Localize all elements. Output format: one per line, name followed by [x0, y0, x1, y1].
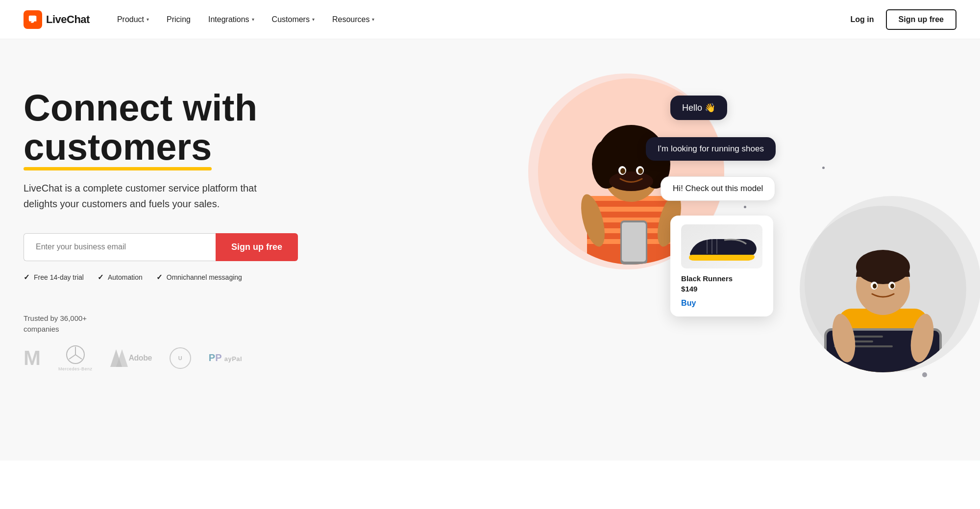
svg-rect-21 — [622, 222, 646, 262]
dot-decoration — [922, 372, 927, 377]
trusted-section: Trusted by 36,000+companies M Mercedes-B… — [24, 313, 509, 371]
email-input[interactable] — [24, 233, 216, 261]
unilever-logo: U — [170, 347, 191, 369]
chat-bubble-hello: Hello 👋 — [670, 96, 727, 120]
email-signup-form: Sign up free — [24, 233, 298, 261]
hero-title: Connect with customers — [24, 88, 509, 167]
login-button[interactable]: Log in — [851, 15, 874, 24]
feature-omnichannel: ✓ Omnichannel messaging — [156, 273, 242, 282]
check-icon: ✓ — [24, 273, 30, 282]
nav-product[interactable]: Product ▾ — [117, 15, 149, 24]
shoe-image — [681, 224, 762, 268]
livechat-logo-icon[interactable] — [24, 10, 42, 29]
trusted-label: Trusted by 36,000+companies — [24, 313, 509, 335]
nav-resources[interactable]: Resources ▾ — [332, 15, 374, 24]
man-circle — [800, 206, 966, 372]
mercedes-label: Mercedes-Benz — [58, 366, 93, 371]
dot-decoration — [744, 206, 746, 208]
product-price: $149 — [681, 285, 762, 293]
chevron-down-icon: ▾ — [372, 17, 374, 22]
svg-point-19 — [638, 168, 643, 174]
chevron-down-icon: ▾ — [252, 17, 254, 22]
svg-rect-0 — [29, 15, 36, 21]
chevron-down-icon: ▾ — [312, 17, 315, 22]
hero-left: Connect with customers LiveChat is a com… — [24, 69, 509, 371]
check-icon: ✓ — [98, 273, 104, 282]
svg-point-18 — [620, 168, 625, 174]
product-card: Black Runners $149 Buy — [670, 216, 773, 316]
hero-section: Connect with customers LiveChat is a com… — [0, 39, 980, 461]
paypal-logo: PP ayPal — [209, 352, 242, 364]
nav-links: Product ▾ Pricing Integrations ▾ Custome… — [117, 15, 375, 24]
hero-subtitle: LiveChat is a complete customer service … — [24, 180, 278, 212]
buy-button[interactable]: Buy — [681, 299, 762, 308]
check-icon: ✓ — [156, 273, 163, 282]
svg-point-31 — [890, 284, 894, 289]
nav-integrations[interactable]: Integrations ▾ — [208, 15, 254, 24]
hero-illustration: Hello 👋 I'm looking for running shoes Hi… — [509, 69, 956, 412]
nav-logo-group: LiveChat Product ▾ Pricing Integrations … — [24, 10, 374, 29]
svg-point-30 — [873, 284, 877, 289]
feature-automation: ✓ Automation — [98, 273, 143, 282]
chat-bubble-query: I'm looking for running shoes — [646, 137, 776, 161]
hero-title-underlined: customers — [24, 127, 212, 167]
signup-hero-button[interactable]: Sign up free — [216, 233, 298, 261]
main-nav: LiveChat Product ▾ Pricing Integrations … — [0, 0, 980, 39]
mercedes-benz-logo: Mercedes-Benz — [58, 345, 93, 371]
nav-pricing[interactable]: Pricing — [167, 15, 191, 24]
adobe-logo: Adobe — [110, 349, 152, 367]
mcdonalds-logo: M — [24, 348, 41, 368]
svg-rect-6 — [587, 207, 675, 212]
dot-decoration — [822, 167, 825, 169]
feature-trial: ✓ Free 14-day trial — [24, 273, 84, 282]
nav-auth-group: Log in Sign up free — [851, 9, 956, 30]
chat-bubble-reply: Hi! Check out this model — [661, 176, 775, 201]
logo-text: LiveChat — [46, 13, 90, 26]
chevron-down-icon: ▾ — [147, 17, 149, 22]
nav-customers[interactable]: Customers ▾ — [272, 15, 315, 24]
signup-nav-button[interactable]: Sign up free — [886, 9, 956, 30]
feature-checklist: ✓ Free 14-day trial ✓ Automation ✓ Omnic… — [24, 273, 509, 282]
brand-logos: M Mercedes-Benz Adobe — [24, 345, 509, 371]
product-name: Black Runners — [681, 274, 762, 283]
